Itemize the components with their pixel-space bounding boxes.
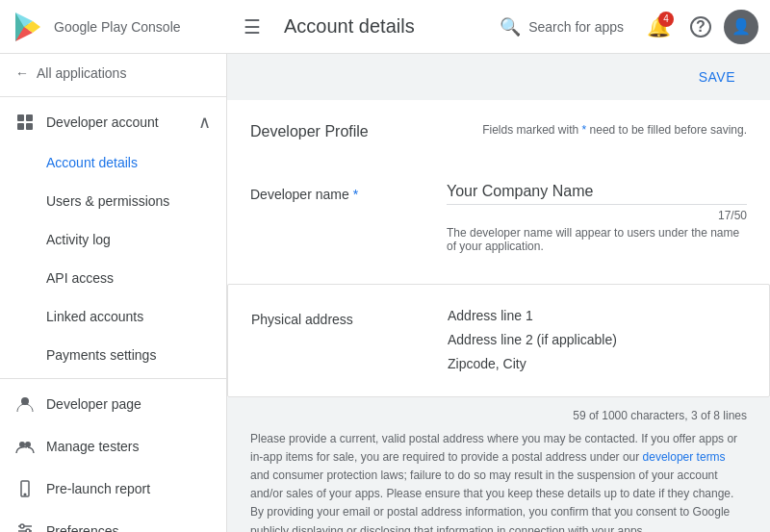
sidebar-item-linked-accounts[interactable]: Linked accounts [0, 297, 226, 336]
main-layout: ← All applications Developer account ∧ A… [0, 54, 770, 532]
sidebar-item-preferences[interactable]: Preferences [0, 510, 226, 532]
sidebar-item-account-details[interactable]: Account details [0, 143, 226, 182]
payments-settings-label: Payments settings [46, 347, 156, 363]
physical-address-row: Physical address Address line 1 Address … [251, 304, 746, 377]
body-text-part2: and consumer protection laws; failure to… [250, 469, 733, 532]
profile-card-header: Developer Profile Fields marked with * n… [250, 123, 747, 156]
header-right: 🔍 Search for apps 🔔 4 ? 👤 [488, 8, 758, 46]
help-icon: ? [690, 16, 711, 38]
account-details-label: Account details [46, 155, 138, 170]
content-area: SAVE Developer Profile Fields marked wit… [227, 54, 770, 532]
sidebar-item-payments-settings[interactable]: Payments settings [0, 336, 226, 374]
search-button[interactable]: 🔍 Search for apps [488, 11, 635, 43]
svg-rect-7 [17, 123, 24, 130]
developer-terms-link[interactable]: developer terms [643, 450, 726, 464]
app-name-label: Google Play Console [54, 19, 181, 35]
sidebar: ← All applications Developer account ∧ A… [0, 54, 227, 532]
name-required-asterisk: * [353, 187, 358, 202]
back-to-all-apps[interactable]: ← All applications [0, 54, 226, 92]
avatar-icon: 👤 [732, 17, 751, 36]
svg-rect-5 [17, 114, 24, 121]
preferences-label: Preferences [46, 523, 211, 532]
developer-name-label: Developer name * [250, 179, 424, 253]
char-count: 59 of 1000 characters, 3 of 8 lines [250, 409, 747, 422]
top-header: Google Play Console ☰ Account details 🔍 … [0, 0, 770, 54]
avatar[interactable]: 👤 [724, 10, 758, 44]
header-center: ☰ Account details [236, 8, 488, 46]
sidebar-item-api-access[interactable]: API access [0, 259, 226, 297]
search-label: Search for apps [528, 19, 624, 35]
group-icon [15, 437, 35, 456]
physical-address-section: Physical address Address line 1 Address … [227, 284, 770, 397]
save-bar: SAVE [227, 54, 770, 100]
back-icon: ← [15, 65, 29, 81]
address-line-2: Address line 2 (if applicable) [448, 328, 617, 352]
grid-icon [15, 113, 35, 132]
developer-page-label: Developer page [46, 396, 211, 412]
sidebar-section-developer-account[interactable]: Developer account ∧ [0, 101, 226, 143]
chevron-up-icon: ∧ [198, 112, 211, 133]
address-line-1: Address line 1 [448, 304, 617, 328]
developer-account-label: Developer account [46, 114, 187, 130]
developer-name-value[interactable]: Your Company Name [447, 179, 747, 205]
hamburger-button[interactable]: ☰ [236, 8, 269, 46]
api-access-label: API access [46, 270, 114, 286]
developer-profile-title: Developer Profile [250, 123, 369, 140]
physical-address-label: Physical address [251, 304, 424, 327]
sidebar-divider-2 [0, 378, 226, 379]
physical-address-box: Physical address Address line 1 Address … [227, 284, 770, 397]
svg-point-13 [24, 494, 26, 495]
svg-rect-6 [26, 114, 33, 121]
sidebar-item-users-permissions[interactable]: Users & permissions [0, 182, 226, 220]
manage-testers-label: Manage testers [46, 439, 211, 454]
sidebar-item-manage-testers[interactable]: Manage testers [0, 425, 226, 468]
users-permissions-label: Users & permissions [46, 193, 169, 209]
address-footer: 59 of 1000 characters, 3 of 8 lines Plea… [227, 405, 770, 532]
help-button[interactable]: ? [681, 8, 720, 46]
activity-log-label: Activity log [46, 232, 111, 247]
pre-launch-report-label: Pre-launch report [46, 481, 211, 496]
page-title: Account details [284, 15, 415, 38]
sliders-icon [15, 521, 35, 532]
sidebar-item-pre-launch-report[interactable]: Pre-launch report [0, 468, 226, 510]
required-asterisk: * [582, 123, 587, 137]
notification-badge: 4 [658, 12, 674, 27]
developer-name-field: Your Company Name 17/50 The developer na… [447, 179, 747, 253]
person-icon [15, 394, 35, 414]
phone-icon [15, 479, 35, 498]
developer-profile-card: Developer Profile Fields marked with * n… [227, 100, 770, 284]
svg-rect-8 [26, 123, 33, 130]
developer-name-hint: The developer name will appear to users … [447, 226, 747, 253]
save-button[interactable]: SAVE [687, 62, 747, 92]
back-label: All applications [37, 65, 126, 81]
address-line-3: Zipcode, City [448, 352, 617, 376]
search-icon: 🔍 [500, 16, 521, 38]
sidebar-item-activity-log[interactable]: Activity log [0, 220, 226, 259]
profile-card-subtitle: Fields marked with * need to be filled b… [482, 123, 747, 137]
developer-name-row: Developer name * Your Company Name 17/50… [250, 179, 747, 253]
address-body-text: Please provide a current, valid postal a… [250, 430, 747, 532]
address-lines: Address line 1 Address line 2 (if applic… [448, 304, 617, 377]
developer-name-count: 17/50 [447, 209, 747, 222]
notification-button[interactable]: 🔔 4 [639, 8, 678, 46]
linked-accounts-label: Linked accounts [46, 309, 143, 324]
subtitle-rest: need to be filled before saving. [590, 123, 747, 137]
logo-area: Google Play Console [12, 10, 236, 44]
play-store-logo-icon [12, 10, 46, 44]
svg-point-17 [20, 524, 24, 528]
sidebar-item-developer-page[interactable]: Developer page [0, 383, 226, 425]
subtitle-text: Fields marked with [482, 123, 578, 137]
sidebar-divider-1 [0, 96, 226, 97]
